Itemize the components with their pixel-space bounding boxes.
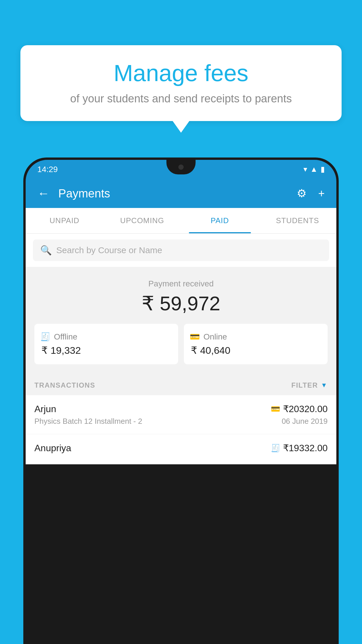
online-amount: ₹ 40,640 <box>190 344 230 356</box>
phone-inner: 14:29 ▾ ▲ ▮ ← Payments ⚙ + UNPAID UPCOMI… <box>26 160 336 644</box>
online-icon: 💳 <box>190 332 200 342</box>
tab-paid[interactable]: PAID <box>181 208 259 233</box>
transaction-course: Physics Batch 12 Installment - 2 <box>34 417 142 426</box>
card-payment-icon: 💳 <box>271 405 280 414</box>
offline-label: Offline <box>54 332 77 342</box>
status-time: 14:29 <box>37 165 58 174</box>
offline-payment-icon: 🧾 <box>271 444 280 453</box>
tab-upcoming[interactable]: UPCOMING <box>103 208 181 233</box>
table-row[interactable]: Anupriya 🧾 ₹19332.00 <box>26 434 336 464</box>
bubble-heading: Manage fees <box>38 60 324 87</box>
status-icons: ▾ ▲ ▮ <box>303 165 325 174</box>
tab-unpaid[interactable]: UNPAID <box>26 208 103 233</box>
status-bar: 14:29 ▾ ▲ ▮ <box>26 160 336 179</box>
filter-label: FILTER <box>291 381 318 389</box>
transaction-amount-row: 🧾 ₹19332.00 <box>271 442 328 454</box>
signal-icon: ▲ <box>310 165 318 174</box>
transactions-header: TRANSACTIONS FILTER ▼ <box>26 373 336 395</box>
transaction-name: Anupriya <box>34 443 71 454</box>
payment-summary: Payment received ₹ 59,972 🧾 Offline ₹ 19… <box>26 267 336 373</box>
online-label: Online <box>203 332 227 342</box>
screen-content: UNPAID UPCOMING PAID STUDENTS 🔍 Search b… <box>26 208 336 464</box>
transaction-amount: ₹20320.00 <box>283 403 328 414</box>
transaction-bottom: Physics Batch 12 Installment - 2 06 June… <box>34 417 328 426</box>
wifi-icon: ▾ <box>303 165 307 174</box>
phone-notch <box>166 160 196 174</box>
transaction-top: Anupriya 🧾 ₹19332.00 <box>34 442 328 454</box>
transactions-label: TRANSACTIONS <box>34 381 95 389</box>
payment-cards: 🧾 Offline ₹ 19,332 💳 Online ₹ 40,640 <box>34 324 328 364</box>
camera <box>178 164 184 170</box>
table-row[interactable]: Arjun 💳 ₹20320.00 Physics Batch 12 Insta… <box>26 395 336 434</box>
back-button[interactable]: ← <box>34 183 52 203</box>
search-placeholder: Search by Course or Name <box>56 245 162 255</box>
tab-bar: UNPAID UPCOMING PAID STUDENTS <box>26 208 336 234</box>
app-bar: ← Payments ⚙ + <box>26 179 336 208</box>
speech-bubble: Manage fees of your students and send re… <box>20 45 342 121</box>
search-icon: 🔍 <box>40 245 52 256</box>
search-container: 🔍 Search by Course or Name <box>26 234 336 267</box>
online-card: 💳 Online ₹ 40,640 <box>184 324 328 364</box>
transaction-amount-row: 💳 ₹20320.00 <box>271 403 328 414</box>
offline-card-header: 🧾 Offline <box>40 332 77 342</box>
settings-button[interactable]: ⚙ <box>294 184 310 203</box>
offline-icon: 🧾 <box>40 332 50 342</box>
transaction-name: Arjun <box>34 404 56 414</box>
offline-amount: ₹ 19,332 <box>40 344 81 356</box>
transaction-top: Arjun 💳 ₹20320.00 <box>34 403 328 414</box>
phone-frame: 14:29 ▾ ▲ ▮ ← Payments ⚙ + UNPAID UPCOMI… <box>23 158 339 644</box>
payment-label: Payment received <box>31 279 331 288</box>
tab-students[interactable]: STUDENTS <box>259 208 337 233</box>
offline-card: 🧾 Offline ₹ 19,332 <box>34 324 178 364</box>
filter-button[interactable]: FILTER ▼ <box>291 381 328 389</box>
bubble-subtext: of your students and send receipts to pa… <box>38 92 324 105</box>
transaction-list: Arjun 💳 ₹20320.00 Physics Batch 12 Insta… <box>26 395 336 464</box>
search-bar[interactable]: 🔍 Search by Course or Name <box>33 239 329 261</box>
payment-total: ₹ 59,972 <box>31 292 331 315</box>
filter-icon: ▼ <box>321 382 328 389</box>
battery-icon: ▮ <box>321 165 325 174</box>
transaction-date: 06 June 2019 <box>282 417 328 426</box>
transaction-amount: ₹19332.00 <box>283 442 328 454</box>
page-title: Payments <box>58 187 288 200</box>
online-card-header: 💳 Online <box>190 332 227 342</box>
add-button[interactable]: + <box>315 184 328 203</box>
